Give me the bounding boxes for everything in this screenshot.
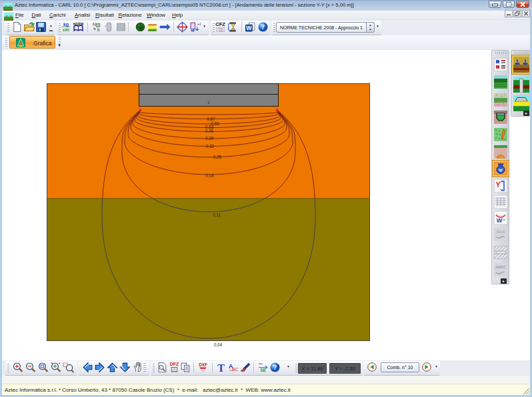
svg-text:+1: +1 [197,22,201,26]
svg-text:2: 2 [207,101,209,105]
svg-text:ARRC: ARRC [495,265,506,269]
svg-text:0,32: 0,32 [206,144,215,149]
svg-text:0,18: 0,18 [205,173,214,178]
svg-text:W: W [497,217,503,224]
svg-text:W: W [246,25,252,31]
svg-text:?: ? [261,23,265,31]
svg-text:0,39: 0,39 [205,136,214,141]
svg-text:0,46: 0,46 [205,129,214,133]
svg-text:T: T [217,362,225,373]
svg-text:0,67: 0,67 [207,117,215,121]
svg-text:?: ? [273,364,277,371]
svg-text:CFZ: CFZ [215,21,225,27]
svg-text:DFZ: DFZ [170,362,179,366]
svg-text:0,11: 0,11 [213,212,221,217]
svg-text:SE: SE [260,368,265,372]
svg-text:0,04: 0,04 [214,342,223,347]
svg-text:N: N [93,21,96,27]
svg-text:Y: Y [496,181,501,189]
svg-text:F.b.b: F.b.b [497,230,505,234]
svg-text:DXF: DXF [199,362,207,367]
svg-text:0,25: 0,25 [213,155,222,159]
svg-text:BC: BC [232,367,238,372]
svg-text:Y 258.1: Y 258.1 [216,30,225,33]
svg-text:+: + [191,29,193,33]
svg-text:cm: cm [63,27,69,32]
svg-text:b: b [97,27,100,32]
